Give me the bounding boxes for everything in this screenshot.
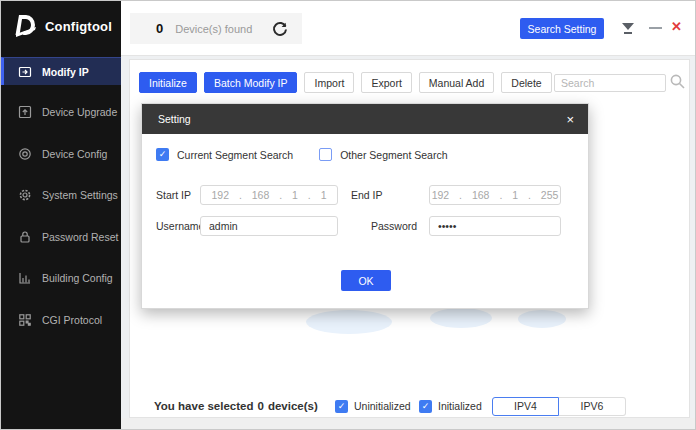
sidebar-item-label: Password Reset: [42, 231, 118, 243]
watermark-shape: [518, 310, 566, 328]
sidebar-item-cgi-protocol[interactable]: CGI Protocol: [1, 306, 121, 334]
sidebar-item-system-settings[interactable]: System Settings: [1, 181, 121, 209]
sidebar: Configtool Modify IP Device Upgrade: [1, 1, 121, 429]
selected-devices-text: You have selected 0 device(s): [154, 400, 318, 412]
initialize-button[interactable]: Initialize: [139, 72, 197, 93]
start-ip-input[interactable]: 192 . 168 . 1 . 1: [200, 185, 338, 205]
password-input[interactable]: [429, 216, 561, 236]
dialog-title: Setting: [158, 113, 191, 125]
delete-button[interactable]: Delete: [501, 72, 551, 93]
watermark-shape: [306, 310, 392, 334]
configtool-window: Configtool Modify IP Device Upgrade: [0, 0, 696, 430]
end-ip-label: End IP: [351, 189, 383, 201]
sidebar-item-modify-ip[interactable]: Modify IP: [1, 57, 121, 85]
sidebar-item-label: Building Config: [42, 272, 113, 284]
app-logo: Configtool: [15, 13, 112, 39]
modify-ip-icon: [18, 65, 32, 79]
search-setting-button[interactable]: Search Setting: [520, 18, 604, 39]
end-ip-input[interactable]: 192 . 168 . 1 . 255: [429, 185, 561, 205]
start-ip-label: Start IP: [156, 189, 191, 201]
minimize-button[interactable]: [649, 27, 662, 29]
username-input[interactable]: [200, 216, 338, 236]
device-count-box: 0 Device(s) found: [130, 13, 302, 44]
watermark-shape: [430, 308, 492, 328]
uninitialized-checkbox[interactable]: ✓: [335, 400, 348, 413]
refresh-icon[interactable]: [271, 20, 289, 38]
setting-dialog-header: Setting ×: [142, 104, 588, 134]
top-bar: 0 Device(s) found Search Setting ✕: [121, 1, 696, 56]
other-segment-label: Other Segment Search: [340, 149, 447, 161]
username-label: Username: [156, 220, 204, 232]
sidebar-item-device-config[interactable]: Device Config: [1, 140, 121, 168]
other-segment-checkbox[interactable]: [319, 148, 332, 161]
device-count-label: Device(s) found: [175, 23, 252, 35]
ok-button[interactable]: OK: [341, 270, 391, 291]
password-label: Password: [371, 220, 417, 232]
ipv4-toggle-button[interactable]: IPV4: [492, 397, 559, 416]
search-input[interactable]: [554, 74, 666, 92]
sidebar-item-building-config[interactable]: Building Config: [1, 264, 121, 292]
batch-modify-ip-button[interactable]: Batch Modify IP: [204, 72, 298, 93]
sidebar-item-label: CGI Protocol: [42, 314, 102, 326]
dropdown-triangle-icon[interactable]: [621, 23, 635, 34]
sidebar-item-label: System Settings: [42, 189, 118, 201]
close-button[interactable]: ✕: [671, 19, 682, 34]
dialog-close-icon[interactable]: ×: [566, 113, 574, 126]
password-reset-icon: [18, 230, 32, 244]
device-upgrade-icon: [18, 105, 32, 119]
device-config-icon: [18, 147, 32, 161]
search-icon[interactable]: [669, 73, 686, 90]
ipv6-toggle-button[interactable]: IPV6: [559, 397, 626, 416]
sidebar-item-device-upgrade[interactable]: Device Upgrade: [1, 98, 121, 126]
manual-add-button[interactable]: Manual Add: [419, 72, 494, 93]
device-count: 0: [156, 21, 163, 36]
window-bottom-strip: [121, 418, 696, 430]
sidebar-item-label: Device Config: [42, 148, 107, 160]
initialized-checkbox[interactable]: ✓: [419, 400, 432, 413]
cgi-protocol-icon: [18, 313, 32, 327]
dahua-logo-icon: [15, 13, 37, 39]
main-panel: Initialize Batch Modify IP Import Export…: [129, 59, 690, 418]
setting-dialog: Setting × ✓ Current Segment Search Other…: [141, 103, 589, 309]
sidebar-item-label: Device Upgrade: [42, 106, 117, 118]
export-button[interactable]: Export: [361, 72, 411, 93]
sidebar-item-label: Modify IP: [42, 66, 89, 78]
current-segment-checkbox[interactable]: ✓: [156, 148, 169, 161]
import-button[interactable]: Import: [304, 72, 354, 93]
current-segment-label: Current Segment Search: [177, 149, 293, 161]
app-title: Configtool: [45, 19, 112, 34]
system-settings-icon: [18, 188, 32, 202]
footer-bar: You have selected 0 device(s) ✓ Uninitia…: [130, 394, 689, 418]
toolbar: Initialize Batch Modify IP Import Export…: [139, 72, 552, 93]
building-config-icon: [18, 271, 32, 285]
initialized-label: Initialized: [438, 400, 482, 412]
uninitialized-label: Uninitialized: [354, 400, 411, 412]
sidebar-item-password-reset[interactable]: Password Reset: [1, 223, 121, 251]
selected-count: 0: [258, 400, 264, 412]
